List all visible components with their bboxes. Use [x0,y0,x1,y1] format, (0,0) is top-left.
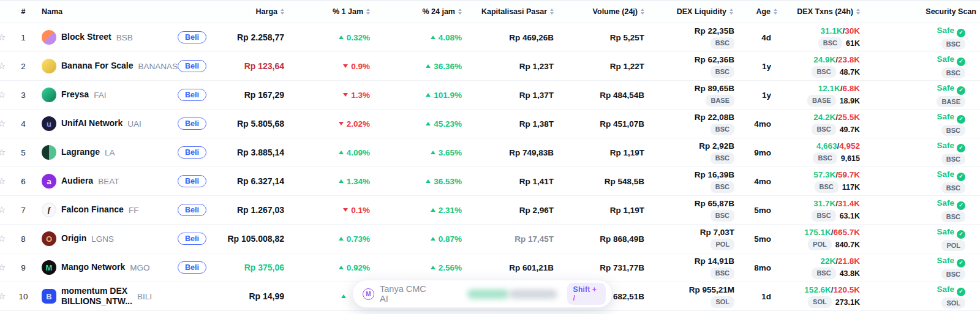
table-row[interactable]: ☆ 2 Banana For Scale BANANAS31 Beli Rp 1… [0,52,980,81]
table-row[interactable]: ☆ 6 a Audiera BEAT Beli Rp 6.327,14 1.34… [0,167,980,196]
sort-icon[interactable] [729,9,733,15]
security-status: Safe [937,26,954,35]
table-row[interactable]: ☆ 8 O Origin LGNS Beli Rp 105.008,82 0.7… [0,225,980,253]
chain-badge: BSC [710,267,734,279]
header-price-label: Harga [256,7,277,16]
price: Rp 14,99 [221,291,288,301]
header-age-label: Age [756,7,771,16]
sort-icon[interactable] [856,9,860,15]
watchlist-star-icon[interactable]: ☆ [0,32,6,43]
coin-name-cell[interactable]: B momentum DEX BILLIONS_NTW... BILI [37,286,178,307]
market-cap: Rp 749,83B [466,148,557,157]
watchlist-star-icon[interactable]: ☆ [0,176,6,187]
buy-button[interactable]: Beli [178,31,206,43]
blurred-content-gray [509,290,557,299]
age: 8mo [737,263,781,272]
buy-button[interactable]: Beli [178,204,206,216]
change-1h-value: 0.32% [347,33,370,42]
coin-name-cell[interactable]: Freysa FAI [37,88,178,102]
buy-button[interactable]: Beli [178,60,206,72]
header-change-24h[interactable]: % 24 jam [374,7,466,16]
header-price[interactable]: Harga [221,7,288,16]
trend-caret-icon [339,266,344,269]
coin-name-cell[interactable]: Banana For Scale BANANAS31 [37,59,178,73]
coin-name-cell[interactable]: Lagrange LA [37,145,178,160]
price: Rp 1.267,03 [221,205,288,215]
table-row[interactable]: ☆ 7 f Falcon Finance FF Beli Rp 1.267,03… [0,196,980,225]
price: Rp 105.008,82 [221,234,288,244]
coin-name-cell[interactable]: u UnifAI Network UAI [37,116,178,131]
watchlist-star-icon[interactable]: ☆ [0,61,6,72]
coin-name-cell[interactable]: f Falcon Finance FF [37,203,178,217]
sort-icon[interactable] [774,9,777,15]
change-24h-value: 45.23% [434,119,462,129]
buy-button[interactable]: Beli [178,261,206,274]
txns-buys: 57.3K [813,170,835,179]
header-dex-txns[interactable]: DEX Txns (24h) [781,7,864,16]
buy-button[interactable]: Beli [178,233,206,245]
coin-name-cell[interactable]: a Audiera BEAT [37,174,178,189]
table-row[interactable]: ☆ 1 Block Street BSB Beli Rp 2.258,77 0.… [0,23,980,52]
coin-name: Origin [61,233,86,244]
rank-number: 10 [10,292,37,301]
watchlist-star-icon[interactable]: ☆ [0,89,6,100]
age: 5mo [737,234,781,244]
txns-buys: 152.6K [804,285,831,294]
watchlist-star-icon[interactable]: ☆ [0,204,6,215]
buy-button[interactable]: Beli [178,175,206,187]
ask-cmc-ai-bar[interactable]: M Tanya CMC AI Shift + / [352,280,612,308]
sort-icon[interactable] [281,9,284,15]
buy-button[interactable]: Beli [178,146,206,159]
coin-name-cell[interactable]: O Origin LGNS [37,231,178,246]
coin-symbol: BILI [137,292,152,301]
table-row[interactable]: ☆ 9 M Mango Network MGO Beli Rp 375,06 0… [0,253,980,282]
chain-badge: BSC [941,211,965,223]
coin-name-cell[interactable]: Block Street BSB [37,30,178,45]
buy-button[interactable]: Beli [178,118,206,130]
header-name-label: Nama [42,7,62,16]
dex-txns-24h: 152.6K/120.5K SOL273.1K [781,285,864,308]
table-row[interactable]: ☆ 3 Freysa FAI Beli Rp 167,29 1.3% 101.9… [0,81,980,110]
dex-liquidity-value: Rp 22,35B [648,26,734,37]
watchlist-star-icon[interactable]: ☆ [0,118,6,129]
sort-icon[interactable] [641,9,644,15]
change-1h-value: 2.02% [347,119,370,129]
security-scan: Safe✓ SOL [864,284,980,309]
header-market-cap[interactable]: Kapitalisasi Pasar [466,7,557,16]
change-1h: 0.1% [288,206,374,215]
dex-txns-24h: 31.1K/30K BSC61K [781,26,864,49]
watchlist-star-icon[interactable]: ☆ [0,262,6,273]
chain-badge: SOL [941,297,965,309]
txns-buys: 24.2K [813,113,835,122]
header-age[interactable]: Age [737,7,781,16]
security-status: Safe [937,198,954,207]
table-row[interactable]: ☆ 5 Lagrange LA Beli Rp 3.885,14 4.09% 3… [0,138,980,167]
coin-name-cell[interactable]: M Mango Network MGO [37,260,178,275]
watchlist-star-icon[interactable]: ☆ [0,233,6,244]
trend-caret-icon [339,237,344,241]
sort-icon[interactable] [458,9,462,15]
chain-badge: BSC [941,125,965,136]
chain-badge: BSC [812,267,835,279]
header-change-1h[interactable]: % 1 Jam [288,7,374,16]
watchlist-star-icon[interactable]: ☆ [0,291,6,302]
header-volume[interactable]: Volume (24j) [557,7,648,16]
header-dex-liquidity[interactable]: DEX Liquidity [648,7,737,16]
trend-caret-icon [343,64,348,68]
sort-icon[interactable] [550,9,554,15]
dex-liquidity: Rp 22,08B BSC [648,112,737,135]
buy-button[interactable]: Beli [178,89,206,101]
age: 1y [737,91,781,100]
security-status: Safe [937,141,954,150]
chain-badge: POL [808,239,832,250]
volume-24h: Rp 484,54B [557,91,648,100]
table-row[interactable]: ☆ 4 u UnifAI Network UAI Beli Rp 5.805,6… [0,110,980,138]
txns-sells: 31.4K [838,199,860,208]
coin-symbol: FAI [94,91,106,100]
change-24h-value: 36.36% [434,62,462,71]
watchlist-star-icon[interactable]: ☆ [0,147,6,158]
dex-txns-24h: 24.9K/23.8K BSC48.7K [781,54,864,78]
age: 5mo [737,206,781,215]
sort-icon[interactable] [366,9,370,15]
ask-ai-placeholder: Tanya CMC AI [380,284,434,304]
